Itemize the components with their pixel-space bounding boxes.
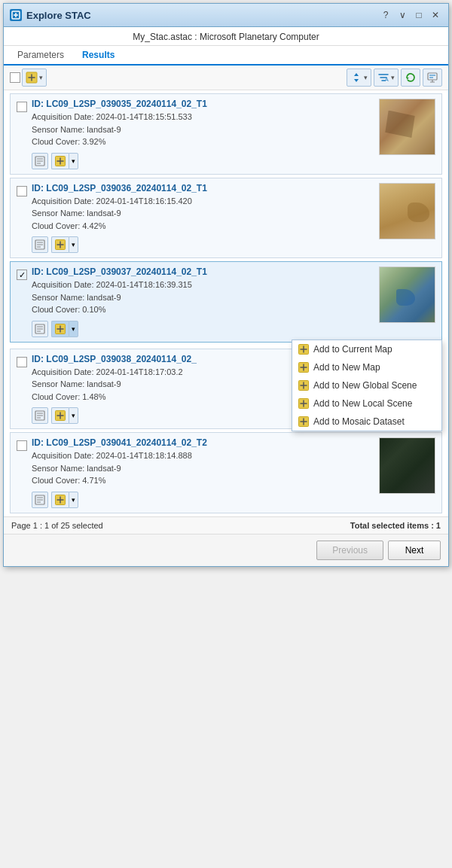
- add-current-map-icon: [298, 344, 309, 355]
- total-selected: Total selected items : 1: [350, 521, 441, 530]
- add-local-scene-icon: [298, 398, 309, 409]
- item-actions-5: ▾: [32, 492, 374, 508]
- filter-chevron: ▾: [391, 74, 395, 81]
- item-sensor-3: Sensor Name: landsat-9: [32, 291, 374, 304]
- status-bar: Page 1 : 1 of 25 selected Total selected…: [4, 516, 448, 534]
- dropdown-add-mosaic[interactable]: Add to Mosaic Dataset: [292, 413, 441, 431]
- item-detail-btn-4[interactable]: [32, 407, 48, 424]
- item-add-arrow-1[interactable]: ▾: [69, 153, 78, 169]
- item-add-split-2: ▾: [51, 236, 78, 253]
- dropdown-add-global-scene[interactable]: Add to New Global Scene: [292, 376, 441, 394]
- item-sensor-1: Sensor Name: landsat-9: [32, 123, 374, 136]
- item-info-1: ID: LC09_L2SP_039035_20240114_02_T1 Acqu…: [32, 99, 374, 169]
- close-button[interactable]: ✕: [429, 8, 442, 22]
- dropdown-label-3: Add to New Global Scene: [313, 380, 417, 391]
- restore-button[interactable]: □: [412, 8, 426, 22]
- item-cloud-5: Cloud Cover: 4.71%: [32, 474, 374, 487]
- svg-text:A: A: [385, 77, 389, 82]
- item-thumbnail-3: [379, 266, 435, 323]
- dropdown-add-local-scene[interactable]: Add to New Local Scene: [292, 394, 441, 413]
- item-add-main-4[interactable]: [51, 407, 69, 424]
- toolbar-add-chevron: ▾: [39, 74, 43, 81]
- item-add-arrow-3[interactable]: ▾: [69, 321, 78, 337]
- dropdown-label-5: Add to Mosaic Dataset: [313, 416, 405, 427]
- dropdown-label-4: Add to New Local Scene: [313, 398, 412, 409]
- dropdown-add-current-map[interactable]: Add to Current Map: [292, 340, 441, 358]
- item-checkbox-1[interactable]: [17, 102, 27, 112]
- item-info-3: ID: LC09_L2SP_039037_20240114_02_T1 Acqu…: [32, 266, 374, 337]
- item-checkbox-2[interactable]: [17, 186, 27, 196]
- help-button[interactable]: ?: [379, 8, 392, 22]
- item-id-1: ID: LC09_L2SP_039035_20240114_02_T1: [32, 99, 374, 109]
- item-add-main-3[interactable]: [51, 321, 69, 337]
- refresh-button[interactable]: [401, 69, 420, 87]
- item-add-main-1[interactable]: [51, 153, 69, 169]
- item-actions-3: ▾: [32, 321, 374, 337]
- window-title: Explore STAC: [26, 10, 91, 21]
- item-add-split-4: ▾: [51, 407, 78, 424]
- item-checkbox-4[interactable]: [17, 357, 27, 367]
- item-actions-2: ▾: [32, 236, 374, 253]
- item-sensor-5: Sensor Name: landsat-9: [32, 462, 374, 475]
- add-dropdown-menu: Add to Current Map Add to New Map Add to…: [292, 340, 442, 431]
- app-icon: [10, 9, 22, 21]
- item-add-split-1: ▾: [51, 153, 78, 169]
- result-item: ID: LC09_L2SP_039041_20240114_02_T2 Acqu…: [10, 432, 442, 513]
- minimize-button[interactable]: ∨: [396, 8, 409, 22]
- item-checkbox-5[interactable]: [17, 440, 27, 451]
- item-detail-btn-5[interactable]: [32, 492, 48, 508]
- connection-subtitle: My_Stac.astac : Microsoft Planetary Comp…: [4, 27, 448, 46]
- item-add-arrow-5[interactable]: ▾: [69, 492, 78, 508]
- item-add-main-5[interactable]: [51, 492, 69, 508]
- next-button[interactable]: Next: [388, 541, 441, 560]
- sort-button[interactable]: ▾: [347, 69, 371, 87]
- item-thumbnail-2: [379, 183, 435, 239]
- item-id-3: ID: LC09_L2SP_039037_20240114_02_T1: [32, 266, 374, 277]
- item-cloud-1: Cloud Cover: 3.92%: [32, 136, 374, 148]
- item-detail-btn-1[interactable]: [32, 153, 48, 169]
- item-checkbox-3[interactable]: ✓: [17, 270, 27, 280]
- result-item: ID: LC09_L2SP_039035_20240114_02_T1 Acqu…: [10, 93, 442, 175]
- item-thumbnail-1: [379, 99, 435, 155]
- item-id-2: ID: LC09_L2SP_039036_20240114_02_T1: [32, 183, 374, 193]
- item-info-5: ID: LC09_L2SP_039041_20240114_02_T2 Acqu…: [32, 437, 374, 508]
- dropdown-add-new-map[interactable]: Add to New Map: [292, 358, 441, 376]
- item-acqdate-2: Acquisition Date: 2024-01-14T18:16:15.42…: [32, 195, 374, 208]
- add-mosaic-icon: [298, 416, 309, 427]
- title-bar: Explore STAC ? ∨ □ ✕: [4, 4, 448, 27]
- item-info-2: ID: LC09_L2SP_039036_20240114_02_T1 Acqu…: [32, 183, 374, 254]
- tab-parameters[interactable]: Parameters: [10, 46, 72, 65]
- item-add-main-2[interactable]: [51, 236, 69, 253]
- previous-button[interactable]: Previous: [316, 541, 383, 560]
- item-acqdate-5: Acquisition Date: 2024-01-14T18:18:14.88…: [32, 449, 374, 462]
- result-item: ID: LC09_L2SP_039036_20240114_02_T1 Acqu…: [10, 178, 442, 259]
- item-acqdate-3: Acquisition Date: 2024-01-14T18:16:39.31…: [32, 279, 374, 291]
- results-list: ID: LC09_L2SP_039035_20240114_02_T1 Acqu…: [4, 90, 448, 516]
- tab-results[interactable]: Results: [75, 46, 122, 65]
- toolbar-add-button[interactable]: ▾: [22, 69, 47, 87]
- result-item: ✓ ID: LC09_L2SP_039037_20240114_02_T1 Ac…: [10, 261, 442, 343]
- dropdown-label-2: Add to New Map: [313, 362, 380, 373]
- item-add-arrow-4[interactable]: ▾: [69, 407, 78, 424]
- item-add-split-3: ▾: [51, 321, 78, 337]
- results-toolbar: ▾ ▾ A ▾: [4, 65, 448, 90]
- select-all-checkbox[interactable]: [10, 72, 20, 83]
- item-actions-1: ▾: [32, 153, 374, 169]
- add-icon: [26, 72, 38, 84]
- item-cloud-2: Cloud Cover: 4.42%: [32, 220, 374, 233]
- title-controls: ? ∨ □ ✕: [379, 8, 442, 22]
- options-button[interactable]: [423, 69, 442, 87]
- title-bar-left: Explore STAC: [10, 9, 91, 21]
- item-detail-btn-3[interactable]: [32, 321, 48, 337]
- page-info: Page 1 : 1 of 25 selected: [11, 521, 103, 530]
- filter-button[interactable]: A ▾: [374, 69, 399, 87]
- item-sensor-2: Sensor Name: landsat-9: [32, 207, 374, 220]
- toolbar-left: ▾: [10, 69, 47, 87]
- dropdown-label-1: Add to Current Map: [313, 344, 392, 355]
- svg-rect-3: [428, 73, 437, 80]
- toolbar-right: ▾ A ▾: [347, 69, 442, 87]
- item-add-arrow-2[interactable]: ▾: [69, 236, 78, 253]
- add-global-scene-icon: [298, 380, 309, 391]
- item-detail-btn-2[interactable]: [32, 236, 48, 253]
- item-acqdate-1: Acquisition Date: 2024-01-14T18:15:51.53…: [32, 111, 374, 123]
